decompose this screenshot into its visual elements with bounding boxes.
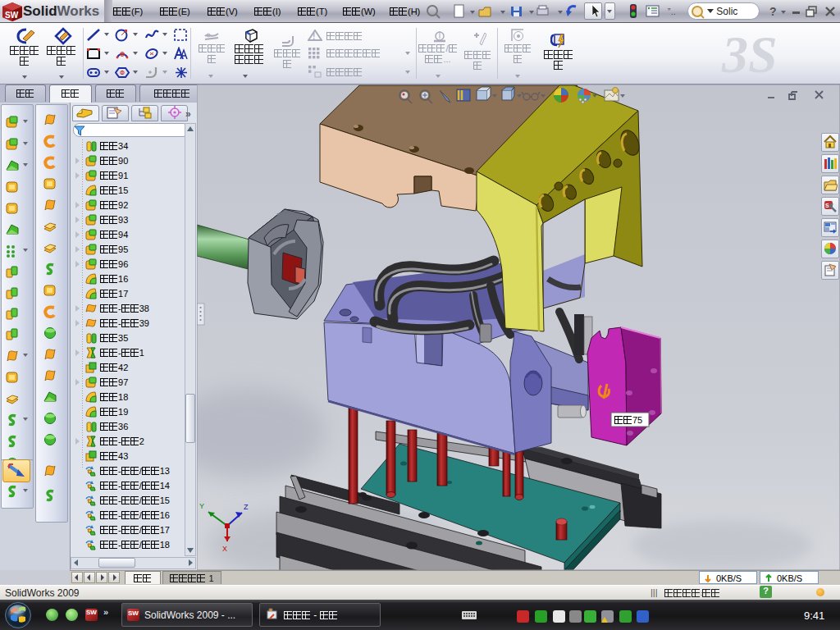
svg-text:Z: Z [244,503,249,511]
svg-text:Y: Y [199,502,204,510]
svg-text:!: ! [313,32,315,41]
svg-text:S: S [825,203,829,208]
svg-text:SW: SW [5,11,19,20]
svg-text:X: X [222,545,227,553]
